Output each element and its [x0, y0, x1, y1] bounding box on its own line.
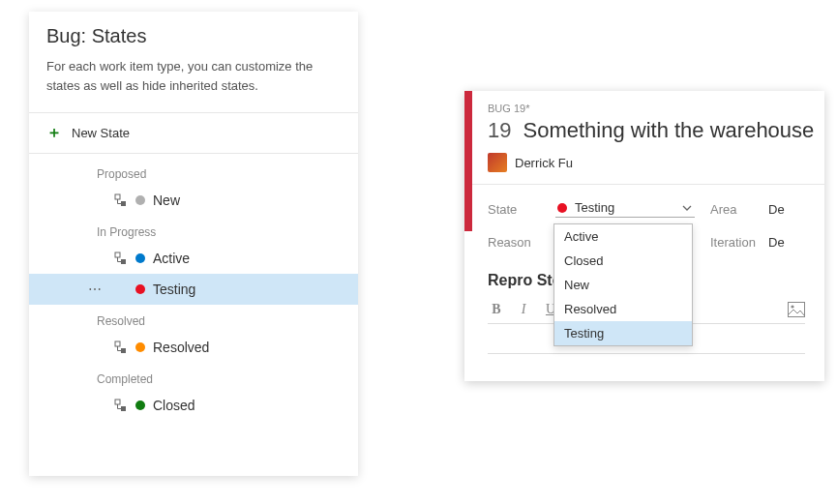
- work-item-form: BUG 19* 19 Something with the warehouse …: [464, 91, 824, 381]
- state-color-dot: [135, 195, 145, 205]
- svg-rect-8: [789, 302, 805, 316]
- reason-field-label: Reason: [488, 235, 531, 250]
- plus-icon: ＋: [46, 123, 62, 143]
- state-dropdown[interactable]: Active Closed New Resolved Testing: [553, 223, 693, 346]
- italic-button[interactable]: I: [515, 302, 532, 317]
- svg-rect-4: [115, 341, 120, 346]
- svg-rect-2: [115, 252, 120, 257]
- dropdown-item-testing[interactable]: Testing: [554, 321, 692, 345]
- svg-rect-1: [121, 201, 126, 206]
- inherited-state-icon: [114, 341, 128, 354]
- svg-rect-5: [121, 348, 126, 353]
- state-color-dot: [135, 253, 145, 263]
- work-item-id: 19: [488, 118, 511, 143]
- states-config-panel: Bug: States For each work item type, you…: [29, 12, 358, 476]
- state-selector[interactable]: [555, 200, 695, 218]
- inherited-state-icon: [114, 193, 128, 207]
- state-row-closed[interactable]: ⋯ Closed: [29, 390, 358, 421]
- state-row-testing[interactable]: ⋯ Testing: [29, 274, 358, 305]
- state-row-new[interactable]: ⋯ New: [29, 185, 358, 216]
- svg-rect-0: [115, 194, 120, 199]
- svg-rect-3: [121, 259, 126, 264]
- state-label: Active: [153, 251, 190, 266]
- avatar: [488, 153, 507, 172]
- panel-title: Bug: States: [46, 25, 341, 47]
- panel-description: For each work item type, you can customi…: [46, 57, 341, 104]
- state-color-dot: [557, 203, 567, 213]
- insert-image-button[interactable]: [788, 302, 805, 317]
- svg-point-9: [791, 305, 793, 308]
- state-label: New: [153, 193, 180, 208]
- iteration-field-label: Iteration: [710, 235, 756, 250]
- work-item-title[interactable]: Something with the warehouse: [523, 118, 814, 143]
- svg-rect-6: [115, 400, 120, 404]
- svg-rect-7: [121, 406, 126, 411]
- state-label: Testing: [153, 282, 195, 297]
- inherited-state-icon: [114, 399, 128, 412]
- dropdown-item-new[interactable]: New: [554, 273, 692, 297]
- assigned-to-name: Derrick Fu: [515, 156, 573, 170]
- state-color-dot: [135, 400, 145, 410]
- state-color-dot: [135, 342, 145, 352]
- dropdown-item-active[interactable]: Active: [554, 224, 692, 249]
- category-resolved: Resolved: [29, 305, 358, 332]
- state-color-dot: [135, 284, 145, 294]
- chevron-down-icon[interactable]: [681, 202, 693, 214]
- work-item-type-label: BUG 19*: [464, 91, 824, 118]
- new-state-label: New State: [72, 126, 130, 140]
- state-row-resolved[interactable]: ⋯ Resolved: [29, 332, 358, 363]
- area-value[interactable]: De: [768, 202, 785, 217]
- inherited-state-icon: [114, 252, 128, 265]
- row-actions-icon[interactable]: ⋯: [77, 282, 106, 297]
- state-label: Resolved: [153, 340, 209, 355]
- category-completed: Completed: [29, 363, 358, 390]
- new-state-button[interactable]: ＋ New State: [29, 113, 358, 153]
- state-selector-input[interactable]: [575, 200, 662, 215]
- area-field-label: Area: [710, 202, 736, 217]
- assigned-to-row[interactable]: Derrick Fu: [464, 151, 824, 184]
- state-row-active[interactable]: ⋯ Active: [29, 243, 358, 274]
- category-inprogress: In Progress: [29, 216, 358, 243]
- bold-button[interactable]: B: [488, 302, 505, 317]
- iteration-value[interactable]: De: [768, 235, 785, 250]
- dropdown-item-closed[interactable]: Closed: [554, 249, 692, 273]
- dropdown-item-resolved[interactable]: Resolved: [554, 297, 692, 321]
- state-label: Closed: [153, 398, 195, 413]
- state-field-label: State: [488, 202, 517, 217]
- category-proposed: Proposed: [29, 158, 358, 185]
